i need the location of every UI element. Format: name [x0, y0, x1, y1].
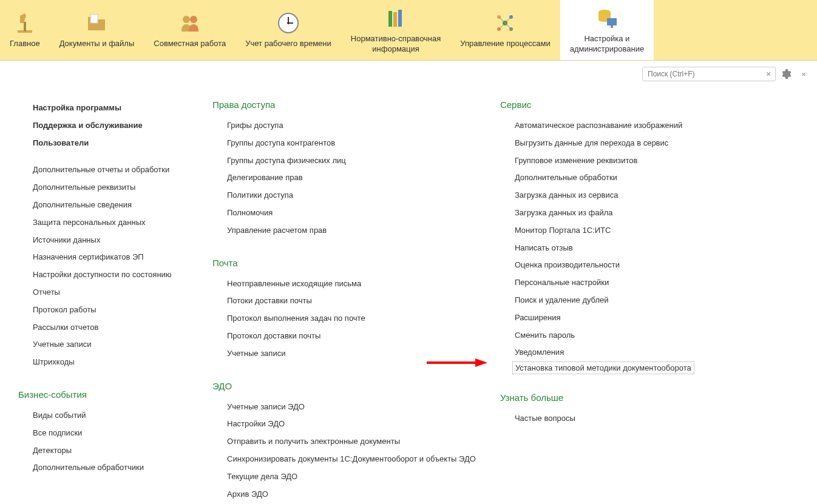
column-1: Настройка программы Поддержка и обслужив… [18, 99, 188, 504]
nav-admin[interactable]: Настройка и администрирование [560, 0, 654, 60]
link-item[interactable]: Настройки доступности по состоянию [18, 266, 188, 284]
link-item[interactable]: Рассылки отчетов [18, 319, 188, 337]
link-item[interactable]: Управление расчетом прав [212, 222, 476, 240]
link-item[interactable]: Штрихкоды [18, 354, 188, 371]
nav-main[interactable]: Главное [0, 0, 50, 60]
svg-rect-22 [607, 18, 617, 25]
svg-line-17 [499, 17, 505, 23]
link-item[interactable]: Группы доступа контрагентов [212, 135, 476, 152]
nav-documents[interactable]: Документы и файлы [50, 0, 144, 60]
link-item[interactable]: Грифы доступа [212, 117, 476, 135]
link-program-settings[interactable]: Настройка программы [18, 99, 188, 117]
service-section: Сервис Автоматическое распознавание изоб… [500, 99, 694, 374]
process-icon [493, 11, 517, 35]
link-item[interactable]: Синхронизировать документы 1С:Документоо… [212, 451, 476, 468]
link-item[interactable]: Дополнительные обработчики [18, 459, 188, 477]
users-icon [178, 11, 202, 35]
column-3: Сервис Автоматическое распознавание изоб… [500, 99, 694, 504]
link-item[interactable]: Поиск и удаление дублей [500, 292, 694, 309]
link-item[interactable]: Выгрузить данные для перехода в сервис [500, 135, 694, 152]
svg-rect-9 [388, 11, 392, 27]
link-item[interactable]: Уведомления [500, 344, 694, 361]
link-item[interactable]: Протокол выполнения задач по почте [212, 310, 476, 328]
nav-label: Документы и файлы [59, 39, 135, 49]
nav-time-tracking[interactable]: Учет рабочего времени [236, 0, 341, 60]
link-item[interactable]: Текущие дела ЭДО [212, 468, 476, 486]
nav-processes[interactable]: Управление процессами [450, 0, 560, 60]
link-item[interactable]: Архив ЭДО [212, 486, 476, 503]
section-header-edo[interactable]: ЭДО [212, 381, 476, 391]
link-item[interactable]: Написать отзыв [500, 240, 694, 257]
link-item[interactable]: Оценка производительности [500, 257, 694, 274]
link-item[interactable]: Протокол работы [18, 301, 188, 319]
link-item[interactable]: Полномочия [212, 204, 476, 222]
clock-icon [276, 11, 300, 35]
link-item[interactable]: Отправить и получить электронные докумен… [212, 433, 476, 451]
link-item[interactable]: Учетные записи [212, 345, 476, 363]
nav-collaboration[interactable]: Совместная работа [144, 0, 236, 60]
link-item[interactable]: Защита персональных данных [18, 214, 188, 232]
edo-section: ЭДО Учетные записи ЭДО Настройки ЭДО Отп… [212, 381, 476, 504]
link-item[interactable]: Дополнительные обработки [500, 169, 694, 187]
link-item[interactable]: Сменить пароль [500, 327, 694, 344]
section-header-mail[interactable]: Почта [212, 258, 476, 268]
link-item[interactable]: Дополнительные сведения [18, 197, 188, 214]
link-item[interactable]: Частые вопросы [500, 410, 694, 428]
link-item[interactable]: Группы доступа физических лиц [212, 152, 476, 170]
search-clear-button[interactable]: × [764, 69, 773, 79]
learn-more-section: Узнать больше Частые вопросы [500, 392, 694, 428]
link-item[interactable]: Отчеты [18, 284, 188, 301]
section-header-access[interactable]: Права доступа [212, 99, 476, 110]
link-item[interactable]: Монитор Портала 1С:ИТС [500, 222, 694, 240]
svg-rect-23 [611, 25, 613, 28]
content-area: Настройка программы Поддержка и обслужив… [0, 87, 817, 504]
settings-button[interactable] [781, 68, 793, 80]
link-item[interactable]: Загрузка данных из файла [500, 204, 694, 222]
folder-icon [84, 11, 109, 35]
link-item[interactable]: Потоки доставки почты [212, 292, 476, 310]
link-item[interactable]: Учетные записи ЭДО [212, 398, 476, 416]
nav-label: Учет рабочего времени [245, 39, 331, 49]
link-users[interactable]: Пользователи [18, 135, 188, 152]
section-header-service[interactable]: Сервис [500, 99, 694, 110]
link-item[interactable]: Персональные настройки [500, 274, 694, 292]
program-settings-section: Настройка программы Поддержка и обслужив… [18, 99, 188, 371]
nav-label: Нормативно-справочная информация [351, 34, 441, 55]
link-item[interactable]: Все подписки [18, 425, 188, 442]
link-item[interactable]: Загрузка данных из сервиса [500, 187, 694, 204]
link-item[interactable]: Детекторы [18, 442, 188, 460]
link-item[interactable]: Политики доступа [212, 187, 476, 204]
nav-label: Главное [10, 39, 40, 49]
mail-section: Почта Неотправленные исходящие письма По… [212, 258, 476, 363]
business-events-section: Бизнес-события Виды событий Все подписки… [18, 389, 188, 477]
section-header-learn-more[interactable]: Узнать больше [500, 392, 694, 403]
link-item[interactable]: Настройки ЭДО [212, 415, 476, 433]
access-rights-section: Права доступа Грифы доступа Группы досту… [212, 99, 476, 240]
link-item[interactable]: Учетные записи [18, 336, 188, 354]
nav-reference[interactable]: Нормативно-справочная информация [341, 0, 451, 60]
link-item[interactable]: Источники данных [18, 232, 188, 249]
books-icon [384, 6, 408, 30]
lamp-icon [13, 11, 37, 35]
link-item[interactable]: Дополнительные отчеты и обработки [18, 161, 188, 179]
link-item[interactable]: Протокол доставки почты [212, 328, 476, 345]
section-header-business-events[interactable]: Бизнес-события [18, 389, 188, 400]
svg-rect-10 [393, 12, 397, 27]
link-item[interactable]: Виды событий [18, 407, 188, 425]
link-item[interactable]: Неотправленные исходящие письма [212, 275, 476, 293]
column-2: Права доступа Грифы доступа Группы досту… [212, 99, 476, 504]
search-input[interactable] [642, 67, 776, 81]
link-item[interactable]: Автоматическое распознавание изображений [500, 117, 694, 135]
svg-point-4 [190, 16, 197, 23]
link-item[interactable]: Расширения [500, 309, 694, 327]
link-item[interactable]: Дополнительные реквизиты [18, 179, 188, 197]
svg-line-20 [505, 23, 511, 29]
search-box: × [642, 67, 776, 81]
link-install-methodology[interactable]: Установка типовой методики документообор… [512, 361, 694, 374]
svg-rect-2 [90, 15, 98, 23]
link-item[interactable]: Назначения сертификатов ЭП [18, 249, 188, 266]
close-button[interactable]: × [798, 68, 810, 80]
link-item[interactable]: Групповое изменение реквизитов [500, 152, 694, 170]
link-item[interactable]: Делегирование прав [212, 169, 476, 187]
link-support[interactable]: Поддержка и обслуживание [18, 117, 188, 135]
